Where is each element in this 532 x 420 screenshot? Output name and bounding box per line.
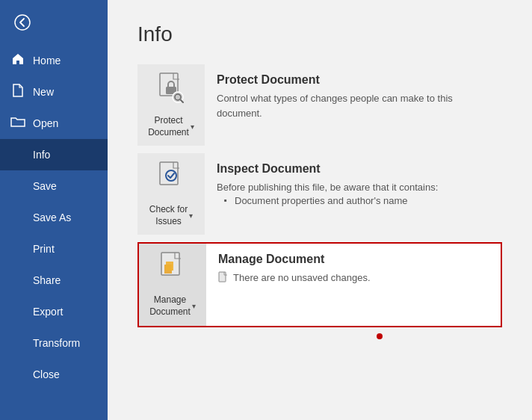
main-content: Info ProtectDocument	[108, 0, 532, 420]
manage-dropdown-arrow: ▾	[192, 302, 196, 310]
inspect-document-list: Document properties and author's name	[217, 195, 490, 206]
sidebar-item-save[interactable]: Save	[0, 170, 108, 202]
protect-document-content: Protect Document Control what types of c…	[205, 64, 502, 129]
manage-icon	[158, 251, 187, 290]
sidebar-label-save: Save	[10, 180, 57, 192]
manage-button-label: ManageDocument	[149, 294, 191, 318]
sidebar-label-open: Open	[33, 117, 58, 129]
manage-document-card: ManageDocument ▾ Manage Document There a…	[137, 242, 502, 327]
svg-rect-11	[219, 272, 226, 282]
sidebar-label-close: Close	[10, 368, 60, 380]
protect-document-card: ProtectDocument ▾ Protect Document Contr…	[137, 64, 502, 146]
check-issues-label: Check forIssues	[149, 204, 188, 227]
sidebar-item-info[interactable]: Info	[0, 139, 108, 170]
inspect-document-description: Before publishing this file, be aware th…	[217, 180, 490, 195]
protect-dropdown-arrow: ▾	[191, 123, 194, 131]
sidebar-item-close[interactable]: Close	[0, 359, 108, 390]
open-folder-icon	[10, 116, 25, 131]
sidebar-label-save-as: Save As	[10, 211, 71, 223]
protect-document-button[interactable]: ProtectDocument ▾	[137, 64, 205, 146]
protect-icon	[157, 72, 185, 111]
red-dot-indicator	[377, 333, 383, 339]
protect-document-description: Control what types of changes people can…	[217, 91, 490, 120]
protect-button-label: ProtectDocument	[148, 115, 189, 138]
back-button[interactable]	[6, 6, 39, 39]
sidebar-label-print: Print	[10, 243, 55, 255]
inspect-document-content: Inspect Document Before publishing this …	[205, 153, 502, 215]
manage-document-button[interactable]: ManageDocument ▾	[139, 244, 206, 325]
sidebar-item-open[interactable]: Open	[0, 108, 108, 139]
manage-document-content: Manage Document There are no unsaved cha…	[206, 244, 501, 294]
sidebar-item-new[interactable]: New	[0, 76, 108, 108]
sidebar: Home New Open Info Save Save As Print	[0, 0, 108, 420]
svg-rect-10	[166, 262, 173, 271]
inspect-document-card: Check forIssues ▾ Inspect Document Befor…	[137, 153, 502, 235]
page-title: Info	[137, 22, 502, 46]
new-doc-icon	[10, 84, 25, 100]
manage-document-row: There are no unsaved changes.	[218, 271, 489, 285]
home-icon	[10, 52, 25, 69]
sidebar-item-transform[interactable]: Transform	[0, 327, 108, 359]
manage-document-title: Manage Document	[218, 253, 489, 266]
inspect-icon	[157, 161, 185, 200]
sidebar-label-home: Home	[33, 55, 61, 67]
sidebar-label-export: Export	[10, 306, 63, 318]
svg-point-0	[15, 15, 30, 30]
manage-doc-small-icon	[218, 271, 229, 285]
svg-line-5	[181, 100, 183, 102]
sidebar-item-share[interactable]: Share	[0, 265, 108, 296]
protect-document-title: Protect Document	[217, 73, 490, 87]
inspect-list-item-1: Document properties and author's name	[224, 195, 490, 206]
sidebar-label-info: Info	[10, 149, 50, 161]
sidebar-item-print[interactable]: Print	[0, 233, 108, 265]
sidebar-label-share: Share	[10, 274, 61, 286]
sidebar-item-export[interactable]: Export	[0, 296, 108, 327]
manage-document-description: There are no unsaved changes.	[233, 271, 371, 285]
check-dropdown-arrow: ▾	[189, 211, 193, 220]
check-issues-button[interactable]: Check forIssues ▾	[137, 153, 205, 235]
sidebar-item-home[interactable]: Home	[0, 45, 108, 76]
inspect-document-title: Inspect Document	[217, 162, 490, 176]
sidebar-label-new: New	[33, 86, 54, 98]
sidebar-item-save-as[interactable]: Save As	[0, 202, 108, 233]
sidebar-label-transform: Transform	[10, 337, 80, 349]
